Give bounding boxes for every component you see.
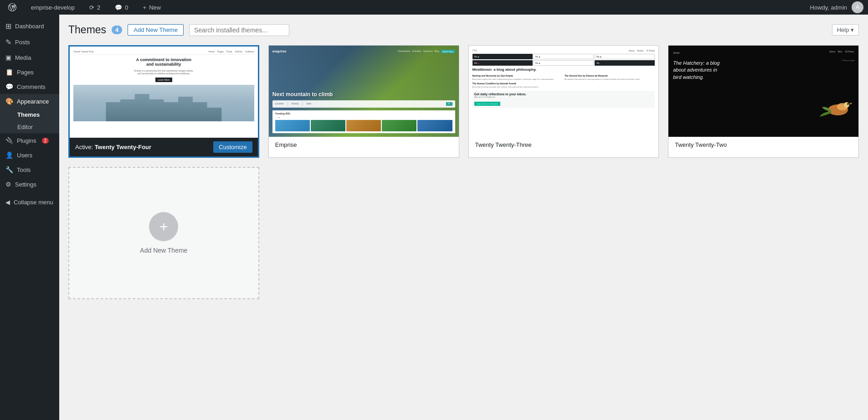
sidebar-item-posts[interactable]: ✎ Posts xyxy=(0,34,59,50)
collapse-menu-button[interactable]: ◀ Collapse menu xyxy=(0,195,59,209)
t23-name: Twenty Twenty-Three xyxy=(475,141,532,148)
svg-point-3 xyxy=(847,103,849,105)
sidebar-item-tools[interactable]: 🔧 Tools xyxy=(0,162,59,177)
search-themes-input[interactable] xyxy=(189,24,289,36)
theme-preview-twenty-twenty-four: Twenty Twenty-Four HomePagesPostsArticle… xyxy=(70,47,258,138)
posts-icon: ✎ xyxy=(5,38,11,47)
sidebar-item-editor[interactable]: Editor xyxy=(0,121,59,133)
collapse-icon: ◀ xyxy=(5,199,10,206)
sidebar: ⊞ Dashboard ✎ Posts ▣ Media 📋 Pages 💬 Co… xyxy=(0,15,59,420)
adminbar-comments[interactable]: 💬 0 xyxy=(111,0,132,15)
add-new-theme-card[interactable]: + Add New Theme xyxy=(68,167,259,299)
plugins-icon: 🔌 xyxy=(5,137,13,144)
theme-footer-t22: Twenty Twenty-Two xyxy=(668,137,858,153)
active-theme-footer: Active: Twenty Twenty-Four Customize xyxy=(70,138,258,156)
theme-footer-t23: Twenty Twenty-Three xyxy=(469,137,659,153)
themes-grid: Twenty Twenty-Four HomePagesPostsArticle… xyxy=(68,45,859,299)
adminbar-wp-logo[interactable] xyxy=(5,0,20,15)
sidebar-item-media[interactable]: ▣ Media xyxy=(0,50,59,65)
add-new-theme-header-button[interactable]: Add New Theme xyxy=(128,24,184,36)
sidebar-item-pages[interactable]: 📋 Pages xyxy=(0,65,59,79)
add-plus-icon: + xyxy=(149,212,178,241)
content-area: Themes 4 Add New Theme Help ▾ Twenty Twe… xyxy=(59,15,868,420)
sidebar-item-comments[interactable]: 💬 Comments xyxy=(0,79,59,94)
users-icon: 👤 xyxy=(5,151,13,159)
adminbar-updates[interactable]: ⟳ 2 xyxy=(86,0,104,15)
media-icon: ▣ xyxy=(5,54,11,61)
admin-avatar[interactable]: A xyxy=(852,1,863,13)
help-button[interactable]: Help ▾ xyxy=(832,24,859,36)
emprise-name: Emprise xyxy=(275,141,297,148)
theme-preview-t22: ∞∞ AboutBiosAll Posts ✎ Browse styles Th… xyxy=(668,46,858,137)
appearance-submenu: Themes Editor xyxy=(0,109,59,133)
comments-icon: 💬 xyxy=(5,83,13,90)
adminbar-site-name[interactable]: emprise-develop xyxy=(27,0,78,15)
plugins-badge: 2 xyxy=(42,138,49,144)
page-header: Themes 4 Add New Theme Help ▾ xyxy=(68,24,859,36)
theme-preview-t23: TTG AboutBooksAI Posts Aa ■ Aa ■ Aa ■ Aa… xyxy=(469,46,659,137)
tools-icon: 🔧 xyxy=(5,166,13,173)
theme-card-twenty-twenty-two[interactable]: ∞∞ AboutBiosAll Posts ✎ Browse styles Th… xyxy=(668,45,859,158)
admin-bar: emprise-develop ⟳ 2 💬 0 + New Howdy, adm… xyxy=(0,0,868,15)
theme-preview-emprise: emprise Destinations Activities Sponsors… xyxy=(269,46,459,137)
theme-card-twenty-twenty-three[interactable]: TTG AboutBooksAI Posts Aa ■ Aa ■ Aa ■ Aa… xyxy=(468,45,659,158)
sidebar-item-users[interactable]: 👤 Users xyxy=(0,148,59,162)
dashboard-icon: ⊞ xyxy=(5,22,11,31)
sidebar-item-plugins[interactable]: 🔌 Plugins 2 xyxy=(0,133,59,148)
pages-icon: 📋 xyxy=(5,68,13,76)
appearance-icon: 🎨 xyxy=(5,98,13,105)
page-title: Themes xyxy=(68,24,106,36)
adminbar-howdy: Howdy, admin xyxy=(810,4,847,11)
sidebar-item-settings[interactable]: ⚙ Settings xyxy=(0,177,59,192)
theme-footer-emprise: Emprise xyxy=(269,137,459,153)
svg-point-2 xyxy=(844,102,849,108)
add-new-theme-card-label: Add New Theme xyxy=(140,247,187,254)
sidebar-item-dashboard[interactable]: ⊞ Dashboard xyxy=(0,18,59,34)
sidebar-item-appearance[interactable]: 🎨 Appearance xyxy=(0,94,59,109)
t22-name: Twenty Twenty-Two xyxy=(675,141,727,148)
adminbar-new[interactable]: + New xyxy=(139,0,165,15)
theme-card-twenty-twenty-four[interactable]: Twenty Twenty-Four HomePagesPostsArticle… xyxy=(68,45,259,158)
sidebar-item-themes[interactable]: Themes xyxy=(0,109,59,121)
settings-icon: ⚙ xyxy=(5,181,11,188)
theme-card-emprise[interactable]: emprise Destinations Activities Sponsors… xyxy=(268,45,459,158)
themes-count-badge: 4 xyxy=(112,26,122,34)
customize-button[interactable]: Customize xyxy=(213,141,252,153)
active-theme-label: Active: Twenty Twenty-Four xyxy=(75,144,151,150)
